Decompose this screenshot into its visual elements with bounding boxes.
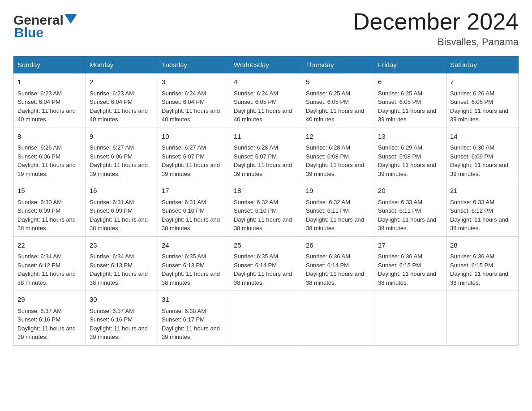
day-number: 2 (90, 77, 154, 87)
day-info: Sunrise: 6:31 AMSunset: 6:09 PMDaylight:… (90, 199, 148, 232)
day-number: 19 (306, 186, 370, 196)
calendar-cell: 4Sunrise: 6:24 AMSunset: 6:05 PMDaylight… (230, 73, 302, 128)
calendar-cell: 17Sunrise: 6:31 AMSunset: 6:10 PMDayligh… (158, 182, 230, 237)
logo-blue: Blue (14, 25, 43, 40)
day-info: Sunrise: 6:35 AMSunset: 6:14 PMDaylight:… (234, 253, 292, 286)
day-number: 11 (234, 132, 298, 142)
header-cell-thursday: Thursday (302, 56, 374, 73)
calendar-cell: 10Sunrise: 6:27 AMSunset: 6:07 PMDayligh… (158, 128, 230, 182)
calendar-cell: 15Sunrise: 6:30 AMSunset: 6:09 PMDayligh… (14, 182, 86, 237)
calendar-cell: 21Sunrise: 6:33 AMSunset: 6:12 PMDayligh… (446, 182, 519, 237)
calendar-cell: 6Sunrise: 6:25 AMSunset: 6:05 PMDaylight… (374, 73, 446, 128)
calendar-week-2: 8Sunrise: 6:26 AMSunset: 6:06 PMDaylight… (14, 128, 519, 182)
day-info: Sunrise: 6:36 AMSunset: 6:14 PMDaylight:… (306, 253, 364, 286)
calendar-week-1: 1Sunrise: 6:23 AMSunset: 6:04 PMDaylight… (14, 73, 519, 128)
calendar-cell: 2Sunrise: 6:23 AMSunset: 6:04 PMDaylight… (86, 73, 158, 128)
day-info: Sunrise: 6:34 AMSunset: 6:13 PMDaylight:… (90, 253, 148, 286)
day-number: 14 (450, 132, 515, 142)
day-info: Sunrise: 6:36 AMSunset: 6:15 PMDaylight:… (450, 253, 508, 286)
calendar-cell: 16Sunrise: 6:31 AMSunset: 6:09 PMDayligh… (86, 182, 158, 237)
calendar-cell: 30Sunrise: 6:37 AMSunset: 6:16 PMDayligh… (86, 291, 158, 346)
day-info: Sunrise: 6:28 AMSunset: 6:07 PMDaylight:… (234, 144, 292, 177)
calendar-cell: 27Sunrise: 6:36 AMSunset: 6:15 PMDayligh… (374, 236, 446, 291)
day-info: Sunrise: 6:33 AMSunset: 6:11 PMDaylight:… (378, 199, 436, 232)
day-number: 4 (234, 77, 298, 87)
day-info: Sunrise: 6:23 AMSunset: 6:04 PMDaylight:… (17, 90, 76, 123)
calendar-week-4: 22Sunrise: 6:34 AMSunset: 6:12 PMDayligh… (14, 236, 519, 291)
day-info: Sunrise: 6:31 AMSunset: 6:10 PMDaylight:… (162, 199, 220, 232)
day-number: 17 (162, 186, 226, 196)
calendar-cell: 18Sunrise: 6:32 AMSunset: 6:10 PMDayligh… (230, 182, 302, 237)
day-info: Sunrise: 6:38 AMSunset: 6:17 PMDaylight:… (162, 308, 220, 341)
calendar-cell: 24Sunrise: 6:35 AMSunset: 6:13 PMDayligh… (158, 236, 230, 291)
day-info: Sunrise: 6:35 AMSunset: 6:13 PMDaylight:… (162, 253, 220, 286)
day-info: Sunrise: 6:25 AMSunset: 6:05 PMDaylight:… (306, 90, 364, 123)
calendar-cell: 23Sunrise: 6:34 AMSunset: 6:13 PMDayligh… (86, 236, 158, 291)
calendar-cell (230, 291, 302, 346)
title-section: December 2024 Bisvalles, Panama (353, 9, 519, 48)
day-number: 16 (90, 186, 154, 196)
day-info: Sunrise: 6:33 AMSunset: 6:12 PMDaylight:… (450, 199, 508, 232)
header-cell-tuesday: Tuesday (158, 56, 230, 73)
day-info: Sunrise: 6:27 AMSunset: 6:07 PMDaylight:… (162, 144, 220, 177)
calendar-cell: 19Sunrise: 6:32 AMSunset: 6:11 PMDayligh… (302, 182, 374, 237)
calendar-cell: 29Sunrise: 6:37 AMSunset: 6:16 PMDayligh… (14, 291, 86, 346)
day-info: Sunrise: 6:26 AMSunset: 6:06 PMDaylight:… (450, 90, 508, 123)
day-info: Sunrise: 6:26 AMSunset: 6:06 PMDaylight:… (17, 144, 76, 177)
day-number: 13 (378, 132, 442, 142)
header-cell-saturday: Saturday (446, 56, 519, 73)
calendar-week-5: 29Sunrise: 6:37 AMSunset: 6:16 PMDayligh… (14, 291, 519, 346)
calendar-cell: 28Sunrise: 6:36 AMSunset: 6:15 PMDayligh… (446, 236, 519, 291)
day-number: 6 (378, 77, 442, 87)
header-cell-sunday: Sunday (14, 56, 86, 73)
day-info: Sunrise: 6:24 AMSunset: 6:05 PMDaylight:… (234, 90, 292, 123)
day-info: Sunrise: 6:30 AMSunset: 6:09 PMDaylight:… (17, 199, 76, 232)
calendar-cell: 14Sunrise: 6:30 AMSunset: 6:09 PMDayligh… (446, 128, 519, 182)
header-cell-wednesday: Wednesday (230, 56, 302, 73)
day-info: Sunrise: 6:27 AMSunset: 6:06 PMDaylight:… (90, 144, 148, 177)
day-info: Sunrise: 6:28 AMSunset: 6:08 PMDaylight:… (306, 144, 364, 177)
logo: General Blue (13, 13, 77, 40)
day-number: 23 (90, 240, 154, 251)
day-number: 29 (17, 295, 82, 305)
header-cell-monday: Monday (86, 56, 158, 73)
day-number: 22 (17, 240, 82, 251)
day-number: 28 (450, 240, 515, 251)
calendar-cell: 5Sunrise: 6:25 AMSunset: 6:05 PMDaylight… (302, 73, 374, 128)
svg-marker-0 (64, 14, 77, 24)
day-info: Sunrise: 6:25 AMSunset: 6:05 PMDaylight:… (378, 90, 436, 123)
day-number: 18 (234, 186, 298, 196)
calendar-cell: 9Sunrise: 6:27 AMSunset: 6:06 PMDaylight… (86, 128, 158, 182)
day-number: 15 (17, 186, 82, 196)
day-number: 7 (450, 77, 515, 87)
calendar-cell: 31Sunrise: 6:38 AMSunset: 6:17 PMDayligh… (158, 291, 230, 346)
day-number: 1 (17, 77, 82, 87)
calendar-cell (374, 291, 446, 346)
calendar-header-row: SundayMondayTuesdayWednesdayThursdayFrid… (14, 56, 519, 73)
day-info: Sunrise: 6:32 AMSunset: 6:10 PMDaylight:… (234, 199, 292, 232)
day-info: Sunrise: 6:23 AMSunset: 6:04 PMDaylight:… (90, 90, 148, 123)
calendar-week-3: 15Sunrise: 6:30 AMSunset: 6:09 PMDayligh… (14, 182, 519, 237)
day-number: 9 (90, 132, 154, 142)
day-info: Sunrise: 6:36 AMSunset: 6:15 PMDaylight:… (378, 253, 436, 286)
calendar-cell (302, 291, 374, 346)
calendar-table: SundayMondayTuesdayWednesdayThursdayFrid… (13, 56, 519, 346)
calendar-cell: 22Sunrise: 6:34 AMSunset: 6:12 PMDayligh… (14, 236, 86, 291)
day-number: 25 (234, 240, 298, 251)
day-info: Sunrise: 6:34 AMSunset: 6:12 PMDaylight:… (17, 253, 76, 286)
day-info: Sunrise: 6:30 AMSunset: 6:09 PMDaylight:… (450, 144, 508, 177)
day-number: 31 (162, 295, 226, 305)
day-number: 27 (378, 240, 442, 251)
calendar-cell: 1Sunrise: 6:23 AMSunset: 6:04 PMDaylight… (14, 73, 86, 128)
header-cell-friday: Friday (374, 56, 446, 73)
calendar-cell: 26Sunrise: 6:36 AMSunset: 6:14 PMDayligh… (302, 236, 374, 291)
day-number: 3 (162, 77, 226, 87)
calendar-cell: 20Sunrise: 6:33 AMSunset: 6:11 PMDayligh… (374, 182, 446, 237)
day-number: 30 (90, 295, 154, 305)
day-info: Sunrise: 6:37 AMSunset: 6:16 PMDaylight:… (17, 308, 76, 341)
day-number: 10 (162, 132, 226, 142)
day-number: 12 (306, 132, 370, 142)
day-number: 20 (378, 186, 442, 196)
calendar-cell: 13Sunrise: 6:29 AMSunset: 6:08 PMDayligh… (374, 128, 446, 182)
calendar-cell: 25Sunrise: 6:35 AMSunset: 6:14 PMDayligh… (230, 236, 302, 291)
